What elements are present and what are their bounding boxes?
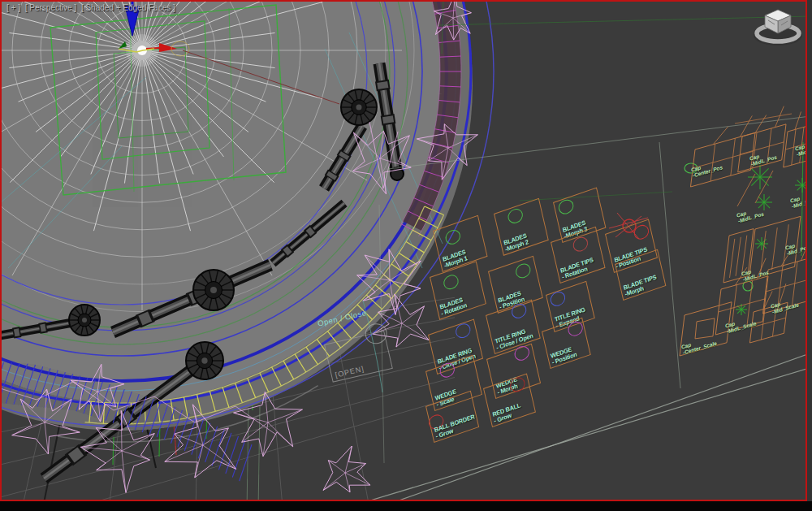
- selection-circle[interactable]: [514, 262, 532, 280]
- selection-circle[interactable]: [549, 290, 567, 309]
- selection-circle[interactable]: [507, 207, 525, 226]
- selection-circle[interactable]: [508, 375, 526, 394]
- selection-circle[interactable]: [454, 322, 472, 340]
- viewport-menu-pov[interactable]: [ Perspective ]: [25, 3, 76, 12]
- perspective-viewport[interactable]: [ + ] [ Perspective ] [ Shaded + Edged F…: [0, 0, 807, 501]
- viewport-right-gutter: [807, 0, 812, 501]
- viewport-menu-shading[interactable]: [ Shaded + Edged Faces ]: [81, 3, 175, 12]
- viewport-menu-general[interactable]: [ + ]: [6, 3, 20, 12]
- scene-layer: [ + ] [ Perspective ] [ Shaded + Edged F…: [0, 0, 807, 501]
- selection-circle[interactable]: [444, 227, 462, 246]
- selection-circle[interactable]: [566, 320, 584, 339]
- view-cube[interactable]: [754, 10, 802, 45]
- viewport-canvas[interactable]: [0, 0, 807, 501]
- selection-circle[interactable]: [557, 197, 575, 216]
- max-viewport-window: [ + ] [ Perspective ] [ Shaded + Edged F…: [0, 0, 812, 511]
- selection-circle[interactable]: [633, 223, 650, 242]
- viewport-label: [ + ] [ Perspective ] [ Shaded + Edged F…: [6, 3, 178, 12]
- selection-circle[interactable]: [443, 273, 460, 292]
- selection-circle[interactable]: [572, 235, 590, 253]
